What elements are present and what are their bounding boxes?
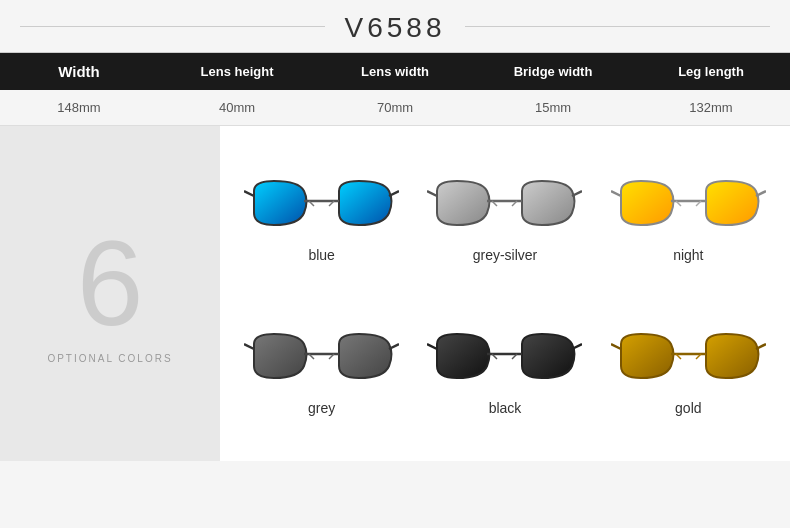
color-item-grey[interactable]: grey xyxy=(235,299,408,442)
spec-header-leg-length: Leg length xyxy=(632,64,790,79)
glasses-image-grey-silver xyxy=(427,171,582,241)
svg-line-3 xyxy=(244,191,254,196)
color-grid: blue xyxy=(220,126,790,461)
left-panel: 6 OPTIONAL COLORS xyxy=(0,126,220,461)
spec-value-lens-height: 40mm xyxy=(158,100,316,115)
product-page: V6588 Width Lens height Lens width Bridg… xyxy=(0,0,790,528)
spec-header-width: Width xyxy=(0,63,158,80)
specs-header-bar: Width Lens height Lens width Bridge widt… xyxy=(0,53,790,90)
svg-line-8 xyxy=(427,191,437,196)
svg-line-23 xyxy=(427,344,437,349)
spec-value-lens-width: 70mm xyxy=(316,100,474,115)
title-section: V6588 xyxy=(0,0,790,53)
spec-header-bridge-width: Bridge width xyxy=(474,64,632,79)
glasses-image-gold xyxy=(611,324,766,394)
color-label-grey-silver: grey-silver xyxy=(473,247,538,263)
color-label-black: black xyxy=(489,400,522,416)
color-label-gold: gold xyxy=(675,400,701,416)
color-label-blue: blue xyxy=(308,247,334,263)
spec-value-bridge-width: 15mm xyxy=(474,100,632,115)
color-label-night: night xyxy=(673,247,703,263)
spec-value-leg-length: 132mm xyxy=(632,100,790,115)
spec-header-lens-width: Lens width xyxy=(316,64,474,79)
glasses-image-night xyxy=(611,171,766,241)
color-item-grey-silver[interactable]: grey-silver xyxy=(418,146,591,289)
spec-value-width: 148mm xyxy=(0,100,158,115)
svg-line-28 xyxy=(611,344,621,349)
glasses-image-black xyxy=(427,324,582,394)
color-label-grey: grey xyxy=(308,400,335,416)
svg-line-13 xyxy=(611,191,621,196)
optional-colors-label: OPTIONAL COLORS xyxy=(47,353,172,364)
color-item-night[interactable]: night xyxy=(602,146,775,289)
specs-values-row: 148mm 40mm 70mm 15mm 132mm xyxy=(0,90,790,126)
glasses-image-blue xyxy=(244,171,399,241)
color-item-gold[interactable]: gold xyxy=(602,299,775,442)
color-count-number: 6 xyxy=(77,223,144,343)
spec-header-lens-height: Lens height xyxy=(158,64,316,79)
product-title: V6588 xyxy=(325,12,466,44)
color-item-black[interactable]: black xyxy=(418,299,591,442)
color-item-blue[interactable]: blue xyxy=(235,146,408,289)
svg-line-18 xyxy=(244,344,254,349)
bottom-section: 6 OPTIONAL COLORS xyxy=(0,126,790,461)
glasses-image-grey xyxy=(244,324,399,394)
